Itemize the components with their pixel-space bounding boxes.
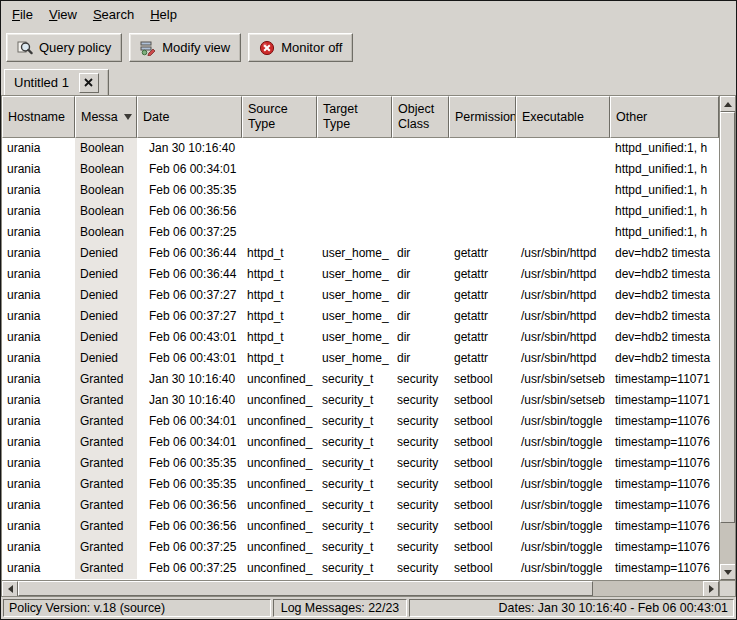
- toolbar: Query policy Modify view Mo: [1, 28, 736, 67]
- table-row[interactable]: urania Granted Feb 06 00:35:35 unconfine…: [2, 474, 719, 495]
- cell-permission: getattr: [449, 264, 516, 285]
- vertical-scroll-track[interactable]: [720, 112, 735, 564]
- cell-executable: /usr/sbin/toggle: [516, 516, 610, 537]
- left-arrow-icon[interactable]: [2, 581, 18, 597]
- cell-message: Denied: [75, 285, 137, 306]
- cell-other: timestamp=11071: [610, 390, 719, 411]
- table-row[interactable]: urania Boolean Feb 06 00:34:01 httpd_uni…: [2, 159, 719, 180]
- cell-date: Feb 06 00:35:35: [137, 180, 242, 201]
- table-row[interactable]: urania Boolean Jan 30 10:16:40 httpd_uni…: [2, 138, 719, 159]
- menu-search[interactable]: Search: [85, 3, 142, 26]
- cell-target-type: security_t: [317, 495, 392, 516]
- down-arrow-icon[interactable]: [720, 564, 736, 580]
- cell-target-type: user_home_: [317, 348, 392, 369]
- cell-source-type: unconfined_: [242, 390, 317, 411]
- cell-date: Feb 06 00:35:35: [137, 453, 242, 474]
- cell-hostname: urania: [2, 327, 75, 348]
- cell-message: Denied: [75, 306, 137, 327]
- modify-view-button[interactable]: Modify view: [129, 33, 241, 62]
- table-row[interactable]: urania Denied Feb 06 00:37:27 httpd_t us…: [2, 285, 719, 306]
- cell-executable: /usr/sbin/setseb: [516, 369, 610, 390]
- cell-source-type: [242, 180, 317, 201]
- menu-help[interactable]: Help: [142, 3, 185, 26]
- tab-close-button[interactable]: [79, 73, 99, 93]
- cell-hostname: urania: [2, 222, 75, 243]
- table-row[interactable]: urania Granted Feb 06 00:36:56 unconfine…: [2, 516, 719, 537]
- monitor-off-button[interactable]: Monitor off: [248, 33, 353, 62]
- cell-date: Feb 06 00:36:56: [137, 516, 242, 537]
- table-row[interactable]: urania Denied Feb 06 00:36:44 httpd_t us…: [2, 264, 719, 285]
- cell-permission: setbool: [449, 495, 516, 516]
- column-header-object-class[interactable]: Object Class: [392, 96, 449, 138]
- cell-other: dev=hdb2 timesta: [610, 285, 719, 306]
- menu-file[interactable]: File: [4, 3, 41, 26]
- column-header-message[interactable]: Messa: [75, 96, 137, 138]
- cell-permission: [449, 138, 516, 159]
- table-row[interactable]: urania Denied Feb 06 00:43:01 httpd_t us…: [2, 348, 719, 369]
- table-row[interactable]: urania Granted Feb 06 00:34:01 unconfine…: [2, 411, 719, 432]
- horizontal-scroll-thumb[interactable]: [18, 581, 593, 596]
- cell-permission: setbool: [449, 411, 516, 432]
- column-header-permission[interactable]: Permission: [449, 96, 516, 138]
- table-row[interactable]: urania Granted Feb 06 00:37:25 unconfine…: [2, 558, 719, 579]
- column-header-other[interactable]: Other: [610, 96, 719, 138]
- cell-message: Granted: [75, 411, 137, 432]
- right-arrow-icon[interactable]: [703, 581, 719, 597]
- close-icon: [84, 75, 93, 90]
- table-row[interactable]: urania Denied Feb 06 00:43:01 httpd_t us…: [2, 327, 719, 348]
- vertical-scroll-thumb[interactable]: [720, 112, 735, 523]
- cell-message: Denied: [75, 264, 137, 285]
- cell-target-type: user_home_: [317, 285, 392, 306]
- cell-hostname: urania: [2, 180, 75, 201]
- cell-object-class: [392, 138, 449, 159]
- sort-descending-icon: [124, 114, 132, 120]
- cell-target-type: security_t: [317, 453, 392, 474]
- cell-hostname: urania: [2, 285, 75, 306]
- dates-panel: Dates: Jan 30 10:16:40 - Feb 06 00:43:01: [409, 599, 734, 617]
- cell-executable: [516, 159, 610, 180]
- menu-view[interactable]: View: [41, 3, 85, 26]
- up-arrow-icon[interactable]: [720, 96, 736, 112]
- column-header-executable[interactable]: Executable: [516, 96, 610, 138]
- table-row[interactable]: urania Granted Jan 30 10:16:40 unconfine…: [2, 390, 719, 411]
- tab-untitled-1[interactable]: Untitled 1: [4, 69, 109, 95]
- table-row[interactable]: urania Boolean Feb 06 00:37:25 httpd_uni…: [2, 222, 719, 243]
- vertical-scrollbar[interactable]: [719, 96, 735, 580]
- cell-source-type: httpd_t: [242, 243, 317, 264]
- cell-other: timestamp=11071: [610, 369, 719, 390]
- cell-object-class: security: [392, 537, 449, 558]
- table-row[interactable]: urania Denied Feb 06 00:36:44 httpd_t us…: [2, 243, 719, 264]
- table-row[interactable]: urania Granted Feb 06 00:34:01 unconfine…: [2, 432, 719, 453]
- table-row[interactable]: urania Granted Feb 06 00:35:35 unconfine…: [2, 453, 719, 474]
- magnifier-icon: [17, 40, 33, 56]
- cell-hostname: urania: [2, 432, 75, 453]
- column-header-hostname[interactable]: Hostname: [2, 96, 75, 138]
- horizontal-scroll-track[interactable]: [18, 581, 703, 596]
- cell-date: Feb 06 00:34:01: [137, 159, 242, 180]
- table-row[interactable]: urania Granted Feb 06 00:37:25 unconfine…: [2, 537, 719, 558]
- horizontal-scrollbar[interactable]: [2, 580, 719, 596]
- cell-other: timestamp=11076: [610, 495, 719, 516]
- cell-hostname: urania: [2, 348, 75, 369]
- tab-label: Untitled 1: [14, 75, 69, 90]
- cell-target-type: user_home_: [317, 327, 392, 348]
- table-row[interactable]: urania Boolean Feb 06 00:36:56 httpd_uni…: [2, 201, 719, 222]
- cell-permission: getattr: [449, 327, 516, 348]
- cell-other: dev=hdb2 timesta: [610, 264, 719, 285]
- column-header-date[interactable]: Date: [137, 96, 242, 138]
- query-policy-button[interactable]: Query policy: [6, 33, 122, 62]
- table-row[interactable]: urania Granted Jan 30 10:16:40 unconfine…: [2, 369, 719, 390]
- cell-target-type: [317, 180, 392, 201]
- column-header-target-type[interactable]: Target Type: [317, 96, 392, 138]
- cell-executable: /usr/sbin/toggle: [516, 474, 610, 495]
- table-body: urania Boolean Jan 30 10:16:40 httpd_uni…: [2, 138, 719, 580]
- table-row[interactable]: urania Denied Feb 06 00:37:27 httpd_t us…: [2, 306, 719, 327]
- cell-other: dev=hdb2 timesta: [610, 243, 719, 264]
- table-row[interactable]: urania Granted Feb 06 00:36:56 unconfine…: [2, 495, 719, 516]
- table-row[interactable]: urania Boolean Feb 06 00:35:35 httpd_uni…: [2, 180, 719, 201]
- cell-permission: setbool: [449, 516, 516, 537]
- cell-date: Feb 06 00:43:01: [137, 348, 242, 369]
- cell-executable: /usr/sbin/setseb: [516, 390, 610, 411]
- tab-bar: Untitled 1: [1, 67, 736, 95]
- column-header-source-type[interactable]: Source Type: [242, 96, 317, 138]
